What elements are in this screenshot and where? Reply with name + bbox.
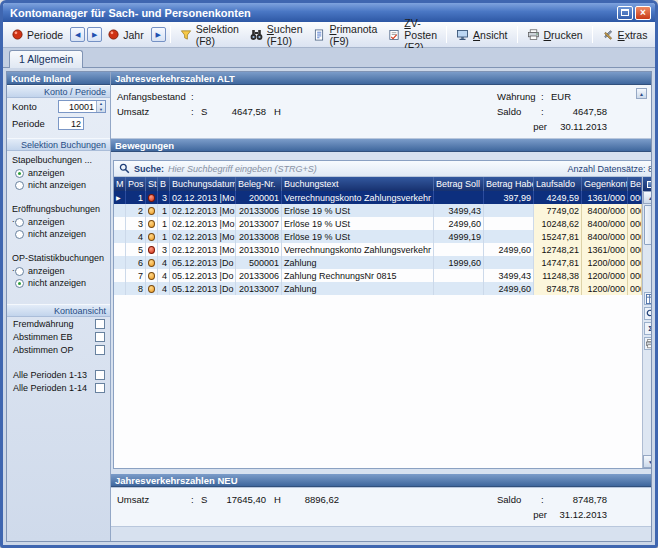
toolbar-group-suchen: Suchen (F10) <box>245 20 308 50</box>
toolbar-jahr-button[interactable]: Jahr <box>103 26 148 44</box>
grid-side-tools: Σ <box>643 292 652 350</box>
column-header-beleg-nr[interactable]: Beleg-Nr. <box>236 177 282 191</box>
konto-input[interactable]: 10001▲▼ <box>58 100 106 113</box>
scrollbar-track[interactable] <box>643 350 652 455</box>
konto-spinner[interactable]: ▲▼ <box>96 101 105 112</box>
checkbox-row-alle-perioden-1-14[interactable]: Alle Perioden 1-14 <box>7 381 110 394</box>
table-row[interactable]: 7405.12.2013 |Do20133006Zahlung Rechnung… <box>114 269 642 282</box>
toolbar-jahr-right-button[interactable]: ▶ <box>151 27 166 42</box>
panel-filler <box>111 527 651 541</box>
table-row[interactable]: 6405.12.2013 |Do500001Zahlung1999,601474… <box>114 256 642 269</box>
tab-bar: 1 Allgemein <box>3 48 655 68</box>
app-window: Kontomanager für Sach- und Personenkonte… <box>0 0 658 548</box>
checkbox-label: Alle Perioden 1-13 <box>13 370 87 380</box>
cell-buchungstext: Zahlung <box>282 282 434 295</box>
toolbar-ansicht-button[interactable]: Ansicht <box>451 26 512 44</box>
columns-tool-button[interactable] <box>644 292 652 305</box>
radio-stapelbuchungen-nicht-anzeigen[interactable]: nicht anzeigen <box>7 179 110 191</box>
table-row[interactable]: 5302.12.2013 |Mo20133010Verrechnungskont… <box>114 243 642 256</box>
table-row[interactable]: 3102.12.2013 |Mo20133007Erlöse 19 % USt2… <box>114 217 642 230</box>
row-marker-icon: ▶ <box>116 194 121 201</box>
scroll-down-button[interactable]: ▼ <box>643 455 652 468</box>
periode-input[interactable]: 12 <box>58 117 84 130</box>
cell-status <box>146 256 158 269</box>
table-row[interactable]: 4102.12.2013 |Mo20133008Erlöse 19 % USt4… <box>114 230 642 243</box>
sum-icon: Σ <box>648 324 652 333</box>
grid-header: MPos▲StBBuchungsdatumBeleg-Nr.Buchungste… <box>114 177 642 191</box>
field-row-periode: Periode12 <box>7 115 110 132</box>
toolbar-group-drucken: Drucken <box>522 26 588 44</box>
cell-b: 1 <box>158 230 170 243</box>
search-input[interactable]: Hier Suchbegriff eingeben (STRG+S) <box>168 164 564 174</box>
jvz-neu-body: Umsatz : S 17645,40 H 8896,62 Saldo : 87… <box>111 487 651 527</box>
per-label: per <box>533 509 547 520</box>
alt-scroll-up-button[interactable]: ▲ <box>636 88 647 99</box>
column-header-buchungsdatum[interactable]: Buchungsdatum <box>170 177 236 191</box>
table-row[interactable]: 8405.12.2013 |Do20133007Zahlung2499,6087… <box>114 282 642 295</box>
record-count: Anzahl Datensätze: 8 <box>568 164 652 174</box>
radio-op-statistikbuchungen-anzeigen[interactable]: anzeigen <box>7 265 110 277</box>
column-header-betrag-haben[interactable]: Betrag Haben <box>484 177 534 191</box>
checkbox-row-alle-perioden-1-13[interactable]: Alle Perioden 1-13 <box>7 368 110 381</box>
radio-icon <box>15 267 24 276</box>
status-icon <box>148 220 155 228</box>
cell-buchungstext: Zahlung RechnungsNr 0815 <box>282 269 434 282</box>
radio-stapelbuchungen-anzeigen[interactable]: anzeigen <box>7 167 110 179</box>
colon: : <box>541 106 551 117</box>
checkbox-icon <box>95 383 105 393</box>
column-header-laufsaldo[interactable]: Laufsaldo <box>534 177 582 191</box>
maximize-button[interactable] <box>617 6 633 20</box>
spacer <box>7 240 110 249</box>
scrollbar-thumb[interactable] <box>644 205 652 245</box>
checkbox-row-fremdwaehrung[interactable]: Fremdwährung <box>7 317 110 330</box>
left-panel: Kunde Inland Konto / Periode Konto10001▲… <box>7 72 111 541</box>
cell-gegenkonto: 1200/000 <box>582 256 628 269</box>
grid-search-bar: Suche: Hier Suchbegriff eingeben (STRG+S… <box>114 161 652 177</box>
checkbox-label: Abstimmen OP <box>13 345 74 355</box>
column-header-st[interactable]: St <box>146 177 158 191</box>
tab-allgemein[interactable]: 1 Allgemein <box>9 50 83 68</box>
toolbar-separator <box>592 26 593 43</box>
radio-eroeffnungsbuchungen-anzeigen[interactable]: anzeigen <box>7 216 110 228</box>
radio-eroeffnungsbuchungen-nicht-anzeigen[interactable]: nicht anzeigen <box>7 228 110 240</box>
column-header-buchungstext[interactable]: Buchungstext <box>282 177 434 191</box>
cell-be: 000 <box>628 230 642 243</box>
radio-icon <box>15 169 24 178</box>
search-tool-button[interactable] <box>644 307 652 320</box>
checkbox-icon <box>95 332 105 342</box>
cell-status <box>146 269 158 282</box>
column-header-be[interactable]: Be <box>628 177 642 191</box>
table-row[interactable]: 2102.12.2013 |Mo20133006Erlöse 19 % USt3… <box>114 204 642 217</box>
toolbar-periode-left-button[interactable]: ◀ <box>70 27 85 42</box>
close-button[interactable]: × <box>635 6 651 20</box>
column-header-pos[interactable]: Pos▲ <box>126 177 146 191</box>
column-header-gegenkonto[interactable]: Gegenkonto <box>582 177 628 191</box>
grid-options-icon <box>647 181 652 188</box>
column-header-b[interactable]: B <box>158 177 170 191</box>
column-header-betrag-soll[interactable]: Betrag Soll <box>434 177 484 191</box>
periode-label: Periode <box>12 118 45 129</box>
toolbar-periode-button[interactable]: Periode <box>7 26 68 44</box>
cell-buchungstext: Verrechnungskonto Zahlungsverkehr <box>282 243 434 256</box>
waehrung-label: Währung <box>497 91 541 102</box>
grid-corner-button[interactable] <box>643 177 652 191</box>
checkbox-row-abstimmen-eb[interactable]: Abstimmen EB <box>7 330 110 343</box>
toolbar-drucken-button[interactable]: Drucken <box>522 26 588 44</box>
column-header-m[interactable]: M <box>114 177 126 191</box>
print-tool-button[interactable] <box>644 337 652 350</box>
sum-tool-button[interactable]: Σ <box>644 322 652 335</box>
table-row[interactable]: ▶1302.12.2013 |Mo200001Verrechnungskonto… <box>114 191 642 204</box>
radio-op-statistikbuchungen-nicht-anzeigen[interactable]: nicht anzeigen <box>7 277 110 289</box>
checkbox-row-abstimmen-op[interactable]: Abstimmen OP <box>7 343 110 356</box>
toolbar-primanota-button[interactable]: Primanota (F9) <box>308 20 382 50</box>
toolbar-selektion-button[interactable]: Selektion (F8) <box>175 20 244 50</box>
vertical-scrollbar[interactable]: ▲ Σ ▼ <box>642 177 652 468</box>
toolbar-group-periode: Periode◀▶ <box>7 26 102 44</box>
status-icon <box>148 259 155 267</box>
toolbar-extras-button[interactable]: Extras <box>597 26 653 44</box>
cell-b: 3 <box>158 191 170 204</box>
toolbar-periode-right-button[interactable]: ▶ <box>87 27 102 42</box>
toolbar-suchen-button[interactable]: Suchen (F10) <box>245 20 308 50</box>
saldo-value: 8748,78 <box>551 494 607 505</box>
scroll-up-button[interactable]: ▲ <box>643 191 652 204</box>
